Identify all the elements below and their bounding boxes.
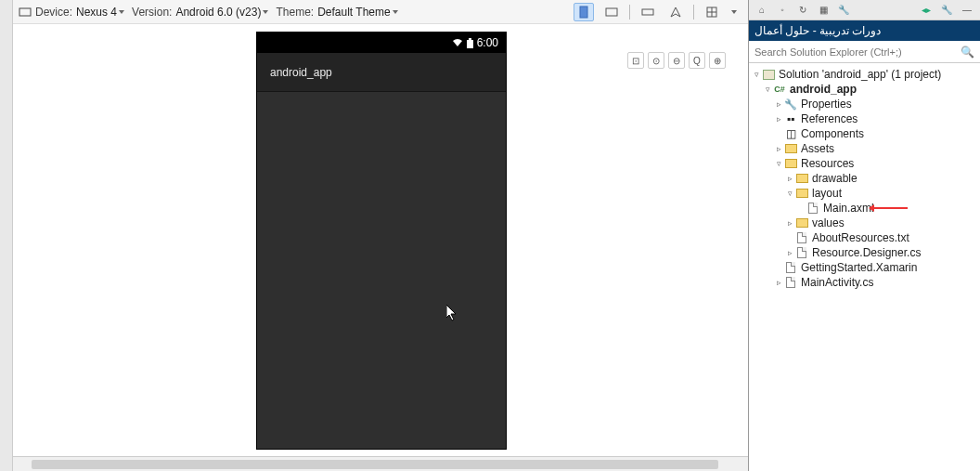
file-icon xyxy=(795,231,808,244)
folder-icon xyxy=(795,216,808,229)
tree-about-resources[interactable]: ▹ AboutResources.txt xyxy=(751,230,978,245)
solution-search[interactable]: 🔍 xyxy=(749,41,980,63)
theme-dropdown[interactable]: Default Theme xyxy=(317,6,398,19)
csharp-project-icon: C# xyxy=(773,83,786,96)
tree-layout[interactable]: ▿ layout xyxy=(751,186,978,201)
expand-icon[interactable]: ▹ xyxy=(784,174,795,183)
tree-resources[interactable]: ▿ Resources xyxy=(751,156,978,171)
file-icon xyxy=(806,202,819,215)
theme-label: Theme: xyxy=(276,6,314,19)
cs-file-icon xyxy=(784,276,797,289)
show-all-icon[interactable]: ▦ xyxy=(816,3,831,18)
tree-components[interactable]: ▹ ◫ Components xyxy=(751,126,978,141)
expand-icon: ▹ xyxy=(773,129,784,138)
tree-label: Solution 'android_app' (1 project) xyxy=(779,68,941,81)
folder-icon xyxy=(784,142,797,155)
left-gutter xyxy=(0,0,13,471)
expand-icon[interactable]: ▹ xyxy=(784,218,795,228)
cs-file-icon xyxy=(795,246,808,259)
device-dropdown[interactable]: Nexus 4 xyxy=(76,6,124,19)
solution-icon xyxy=(762,68,775,81)
wrench-icon: 🔧 xyxy=(784,98,797,111)
tree-drawable[interactable]: ▹ drawable xyxy=(751,171,978,186)
status-time: 6:00 xyxy=(477,36,498,49)
expand-icon[interactable]: ▿ xyxy=(751,70,762,79)
back-icon[interactable]: ◦ xyxy=(775,3,790,18)
toolbar-button-1[interactable] xyxy=(638,3,658,21)
tree-references[interactable]: ▹ ▪▪ References xyxy=(751,111,978,126)
landscape-button[interactable] xyxy=(601,3,622,21)
expand-icon: ▹ xyxy=(773,263,784,272)
sync-icon[interactable]: ↻ xyxy=(795,3,810,18)
tree-label: android_app xyxy=(790,83,857,96)
send-button[interactable] xyxy=(665,3,686,21)
device-label: Device: xyxy=(35,6,72,19)
home-icon[interactable]: ⌂ xyxy=(754,3,769,18)
solution-titlebar: دورات تدريبية - حلول أعمال xyxy=(749,20,980,41)
tree-resource-designer[interactable]: ▹ Resource.Designer.cs xyxy=(751,245,978,260)
device-orientation-icon[interactable] xyxy=(19,6,32,19)
tree-getting-started[interactable]: ▹ GettingStarted.Xamarin xyxy=(751,260,978,275)
solution-explorer-panel: ⌂ ◦ ↻ ▦ 🔧 ◂▸ 🔧 — دورات تدريبية - حلول أع… xyxy=(748,0,980,471)
wrench-icon[interactable]: 🔧 xyxy=(939,3,954,18)
toolbar-separator-2 xyxy=(693,5,694,20)
tree-solution[interactable]: ▿ Solution 'android_app' (1 project) xyxy=(751,67,978,82)
svg-rect-0 xyxy=(19,8,31,16)
tree-project[interactable]: ▿ C# android_app xyxy=(751,82,978,97)
zoom-out-icon[interactable]: ⊖ xyxy=(668,52,685,69)
expand-icon[interactable]: ▿ xyxy=(773,159,784,168)
file-icon xyxy=(784,261,797,274)
tree-label: values xyxy=(812,216,845,229)
zoom-reset-icon[interactable]: Q xyxy=(689,52,705,69)
solution-search-input[interactable] xyxy=(754,46,961,58)
expand-icon: ▹ xyxy=(795,203,806,213)
properties-icon[interactable]: 🔧 xyxy=(836,3,851,18)
folder-icon xyxy=(784,157,797,170)
expand-icon[interactable]: ▿ xyxy=(784,189,795,198)
tree-values[interactable]: ▹ values xyxy=(751,216,978,230)
designer-canvas[interactable]: 6:00 android_app ⊡ ⊙ ⊖ Q ⊕ xyxy=(13,24,748,456)
version-dropdown[interactable]: Android 6.0 (v23) xyxy=(175,6,268,19)
expand-icon: ▹ xyxy=(784,233,795,242)
tree-label: Properties xyxy=(801,98,852,111)
svg-rect-7 xyxy=(467,40,473,48)
expand-icon[interactable]: ▹ xyxy=(773,144,784,153)
expand-icon[interactable]: ▹ xyxy=(773,99,784,109)
tree-label: Resources xyxy=(801,157,854,170)
tree-properties[interactable]: ▹ 🔧 Properties xyxy=(751,97,978,111)
svg-rect-8 xyxy=(469,38,471,40)
minimize-icon[interactable]: — xyxy=(960,3,974,18)
collapse-icon[interactable]: ◂▸ xyxy=(919,3,934,18)
svg-rect-1 xyxy=(580,7,587,18)
horizontal-scrollbar[interactable] xyxy=(13,456,748,471)
toolbar-separator xyxy=(629,5,630,20)
expand-icon[interactable]: ▹ xyxy=(784,248,795,257)
tree-main-activity[interactable]: ▹ MainActivity.cs xyxy=(751,275,978,290)
expand-icon[interactable]: ▹ xyxy=(773,278,784,287)
expand-icon[interactable]: ▹ xyxy=(773,114,784,124)
solution-title: دورات تدريبية - حلول أعمال xyxy=(754,24,881,37)
zoom-fit-icon[interactable]: ⊡ xyxy=(627,52,644,69)
svg-rect-2 xyxy=(606,8,617,16)
folder-icon xyxy=(795,172,808,185)
zoom-100-icon[interactable]: ⊙ xyxy=(648,52,664,69)
grid-button[interactable] xyxy=(702,3,722,21)
portrait-button[interactable] xyxy=(574,3,594,21)
battery-icon xyxy=(467,38,473,48)
designer-area: Device: Nexus 4 Version: Android 6.0 (v2… xyxy=(13,0,748,471)
tree-assets[interactable]: ▹ Assets xyxy=(751,141,978,156)
tree-label: GettingStarted.Xamarin xyxy=(801,261,917,274)
folder-icon xyxy=(795,187,808,200)
solution-tree[interactable]: ▿ Solution 'android_app' (1 project) ▿ C… xyxy=(749,63,980,471)
app-title: android_app xyxy=(270,66,332,79)
version-label: Version: xyxy=(132,6,172,19)
expand-icon[interactable]: ▿ xyxy=(762,85,773,94)
tree-label: Main.axml xyxy=(823,202,874,215)
status-bar: 6:00 xyxy=(257,33,506,53)
scrollbar-thumb[interactable] xyxy=(32,460,718,469)
search-icon[interactable]: 🔍 xyxy=(961,46,974,59)
svg-rect-3 xyxy=(642,9,653,15)
tree-main-axml[interactable]: ▹ Main.axml xyxy=(751,201,978,216)
zoom-in-icon[interactable]: ⊕ xyxy=(709,52,726,69)
grid-dropdown-icon[interactable] xyxy=(731,10,737,14)
